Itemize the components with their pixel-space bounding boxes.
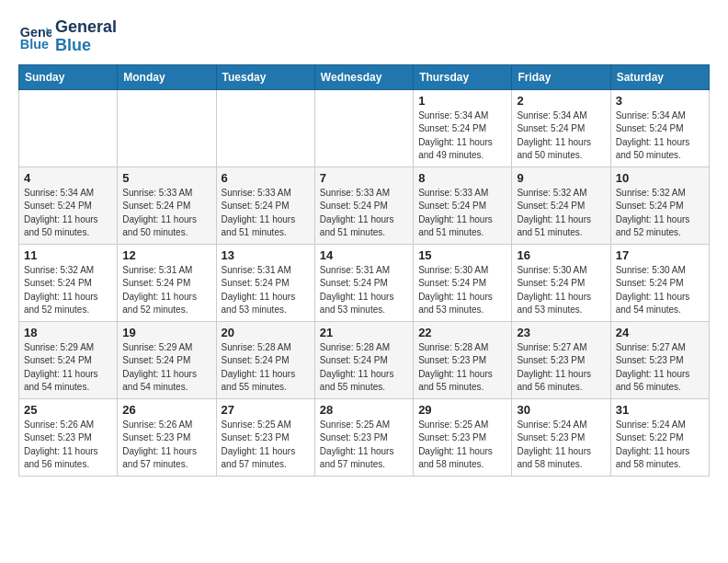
day-detail: Sunrise: 5:25 AM Sunset: 5:23 PM Dayligh…	[222, 419, 310, 472]
day-detail: Sunrise: 5:34 AM Sunset: 5:24 PM Dayligh…	[24, 187, 112, 240]
day-detail: Sunrise: 5:30 AM Sunset: 5:24 PM Dayligh…	[517, 264, 605, 317]
day-detail: Sunrise: 5:24 AM Sunset: 5:22 PM Dayligh…	[616, 419, 704, 472]
day-detail: Sunrise: 5:34 AM Sunset: 5:24 PM Dayligh…	[616, 109, 704, 163]
day-detail: Sunrise: 5:33 AM Sunset: 5:24 PM Dayligh…	[418, 187, 506, 240]
day-number: 24	[616, 326, 704, 339]
logo: General Blue General Blue	[18, 18, 117, 55]
page-header: General Blue General Blue	[18, 18, 710, 55]
calendar-cell: 20Sunrise: 5:28 AM Sunset: 5:24 PM Dayli…	[216, 321, 314, 398]
day-detail: Sunrise: 5:24 AM Sunset: 5:23 PM Dayligh…	[517, 419, 605, 472]
week-row-2: 4Sunrise: 5:34 AM Sunset: 5:24 PM Daylig…	[19, 167, 710, 244]
week-row-1: 1Sunrise: 5:34 AM Sunset: 5:24 PM Daylig…	[19, 89, 710, 167]
calendar-cell: 14Sunrise: 5:31 AM Sunset: 5:24 PM Dayli…	[314, 244, 413, 321]
calendar-cell: 18Sunrise: 5:29 AM Sunset: 5:24 PM Dayli…	[19, 321, 118, 398]
day-number: 11	[24, 248, 112, 262]
day-detail: Sunrise: 5:29 AM Sunset: 5:24 PM Dayligh…	[24, 341, 112, 395]
logo-icon: General Blue	[18, 20, 51, 53]
day-header-thursday: Thursday	[414, 64, 512, 89]
day-number: 25	[24, 403, 112, 417]
calendar-cell: 22Sunrise: 5:28 AM Sunset: 5:23 PM Dayli…	[414, 321, 512, 398]
day-number: 30	[517, 403, 605, 417]
day-number: 9	[517, 171, 605, 185]
day-number: 31	[616, 403, 704, 417]
day-number: 20	[222, 326, 310, 339]
calendar-cell: 25Sunrise: 5:26 AM Sunset: 5:23 PM Dayli…	[19, 398, 118, 476]
day-number: 1	[418, 94, 506, 108]
day-number: 22	[418, 326, 506, 339]
calendar-cell: 19Sunrise: 5:29 AM Sunset: 5:24 PM Dayli…	[118, 321, 216, 398]
day-detail: Sunrise: 5:30 AM Sunset: 5:24 PM Dayligh…	[418, 264, 506, 317]
day-detail: Sunrise: 5:33 AM Sunset: 5:24 PM Dayligh…	[222, 187, 310, 240]
calendar-cell: 12Sunrise: 5:31 AM Sunset: 5:24 PM Dayli…	[118, 244, 216, 321]
day-detail: Sunrise: 5:31 AM Sunset: 5:24 PM Dayligh…	[320, 264, 408, 317]
day-detail: Sunrise: 5:31 AM Sunset: 5:24 PM Dayligh…	[222, 264, 310, 317]
calendar-cell: 5Sunrise: 5:33 AM Sunset: 5:24 PM Daylig…	[118, 167, 216, 244]
calendar-cell: 29Sunrise: 5:25 AM Sunset: 5:23 PM Dayli…	[414, 398, 512, 476]
calendar-cell: 27Sunrise: 5:25 AM Sunset: 5:23 PM Dayli…	[216, 398, 314, 476]
day-number: 13	[222, 248, 310, 262]
calendar-cell	[314, 89, 413, 167]
day-number: 7	[320, 171, 408, 185]
calendar-cell: 24Sunrise: 5:27 AM Sunset: 5:23 PM Dayli…	[610, 321, 709, 398]
calendar-cell: 6Sunrise: 5:33 AM Sunset: 5:24 PM Daylig…	[216, 167, 314, 244]
day-number: 12	[122, 248, 210, 262]
calendar-cell: 28Sunrise: 5:25 AM Sunset: 5:23 PM Dayli…	[314, 398, 413, 476]
calendar-cell: 8Sunrise: 5:33 AM Sunset: 5:24 PM Daylig…	[414, 167, 512, 244]
day-detail: Sunrise: 5:27 AM Sunset: 5:23 PM Dayligh…	[616, 341, 704, 395]
calendar-cell	[216, 89, 314, 167]
day-number: 8	[418, 171, 506, 185]
day-detail: Sunrise: 5:34 AM Sunset: 5:24 PM Dayligh…	[517, 109, 605, 163]
day-number: 17	[616, 248, 704, 262]
calendar-cell: 1Sunrise: 5:34 AM Sunset: 5:24 PM Daylig…	[414, 89, 512, 167]
day-detail: Sunrise: 5:32 AM Sunset: 5:24 PM Dayligh…	[616, 187, 704, 240]
calendar-cell: 31Sunrise: 5:24 AM Sunset: 5:22 PM Dayli…	[610, 398, 709, 476]
day-header-tuesday: Tuesday	[216, 64, 314, 89]
calendar-cell: 11Sunrise: 5:32 AM Sunset: 5:24 PM Dayli…	[19, 244, 118, 321]
svg-text:Blue: Blue	[20, 36, 49, 51]
calendar-cell: 7Sunrise: 5:33 AM Sunset: 5:24 PM Daylig…	[314, 167, 413, 244]
logo-text: General Blue	[55, 18, 117, 55]
day-number: 15	[418, 248, 506, 262]
day-number: 28	[320, 403, 408, 417]
day-number: 5	[122, 171, 210, 185]
calendar-cell	[19, 89, 118, 167]
day-number: 29	[418, 403, 506, 417]
day-number: 27	[222, 403, 310, 417]
day-detail: Sunrise: 5:28 AM Sunset: 5:23 PM Dayligh…	[418, 341, 506, 395]
day-header-saturday: Saturday	[610, 64, 709, 89]
calendar-cell: 2Sunrise: 5:34 AM Sunset: 5:24 PM Daylig…	[512, 89, 610, 167]
day-detail: Sunrise: 5:27 AM Sunset: 5:23 PM Dayligh…	[517, 341, 605, 395]
day-detail: Sunrise: 5:28 AM Sunset: 5:24 PM Dayligh…	[320, 341, 408, 395]
day-number: 6	[222, 171, 310, 185]
calendar-cell: 4Sunrise: 5:34 AM Sunset: 5:24 PM Daylig…	[19, 167, 118, 244]
calendar-cell: 16Sunrise: 5:30 AM Sunset: 5:24 PM Dayli…	[512, 244, 610, 321]
day-number: 16	[517, 248, 605, 262]
calendar-cell: 13Sunrise: 5:31 AM Sunset: 5:24 PM Dayli…	[216, 244, 314, 321]
day-detail: Sunrise: 5:33 AM Sunset: 5:24 PM Dayligh…	[320, 187, 408, 240]
calendar-cell: 21Sunrise: 5:28 AM Sunset: 5:24 PM Dayli…	[314, 321, 413, 398]
calendar-cell: 17Sunrise: 5:30 AM Sunset: 5:24 PM Dayli…	[610, 244, 709, 321]
day-detail: Sunrise: 5:32 AM Sunset: 5:24 PM Dayligh…	[24, 264, 112, 317]
week-row-5: 25Sunrise: 5:26 AM Sunset: 5:23 PM Dayli…	[19, 398, 710, 476]
day-number: 2	[517, 94, 605, 108]
day-header-friday: Friday	[512, 64, 610, 89]
day-number: 14	[320, 248, 408, 262]
day-detail: Sunrise: 5:25 AM Sunset: 5:23 PM Dayligh…	[418, 419, 506, 472]
day-detail: Sunrise: 5:29 AM Sunset: 5:24 PM Dayligh…	[122, 341, 210, 395]
calendar-cell	[118, 89, 216, 167]
calendar-cell: 23Sunrise: 5:27 AM Sunset: 5:23 PM Dayli…	[512, 321, 610, 398]
day-detail: Sunrise: 5:25 AM Sunset: 5:23 PM Dayligh…	[320, 419, 408, 472]
day-number: 10	[616, 171, 704, 185]
day-number: 3	[616, 94, 704, 108]
header-row: SundayMondayTuesdayWednesdayThursdayFrid…	[19, 64, 710, 89]
day-detail: Sunrise: 5:26 AM Sunset: 5:23 PM Dayligh…	[122, 419, 210, 472]
day-detail: Sunrise: 5:26 AM Sunset: 5:23 PM Dayligh…	[24, 419, 112, 472]
calendar-cell: 10Sunrise: 5:32 AM Sunset: 5:24 PM Dayli…	[610, 167, 709, 244]
day-header-monday: Monday	[118, 64, 216, 89]
calendar-cell: 9Sunrise: 5:32 AM Sunset: 5:24 PM Daylig…	[512, 167, 610, 244]
calendar-cell: 3Sunrise: 5:34 AM Sunset: 5:24 PM Daylig…	[610, 89, 709, 167]
day-number: 4	[24, 171, 112, 185]
day-header-wednesday: Wednesday	[314, 64, 413, 89]
day-detail: Sunrise: 5:28 AM Sunset: 5:24 PM Dayligh…	[222, 341, 310, 395]
day-detail: Sunrise: 5:30 AM Sunset: 5:24 PM Dayligh…	[616, 264, 704, 317]
